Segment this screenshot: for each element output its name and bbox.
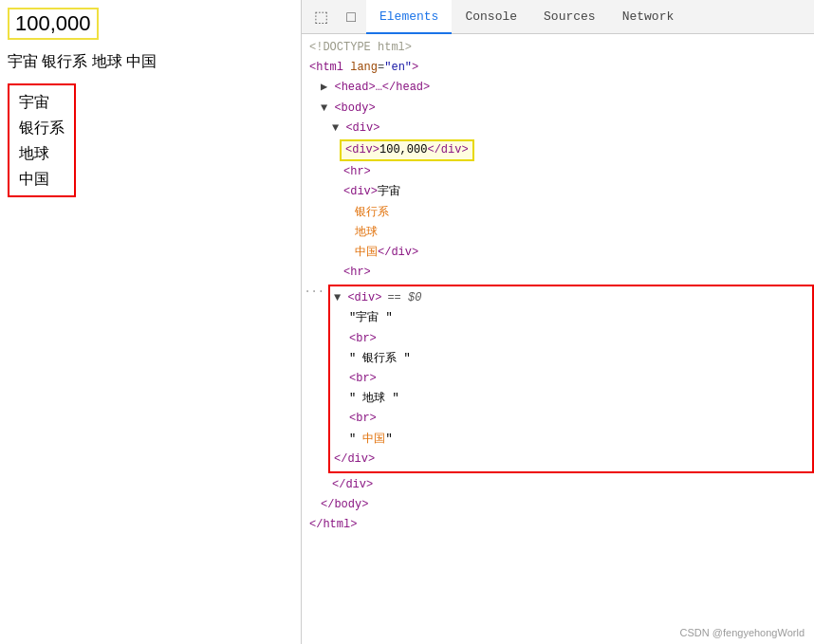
devtools-tree: <!DOCTYPE html> <html lang = "en" > ▶ <h… [302, 34, 814, 644]
tree-text-yinhangxi: 银行系 [302, 203, 814, 223]
tree-html-close: </html> [302, 515, 814, 535]
devtools: ⬚ □ ElementsConsoleSourcesNetwork <!DOCT… [302, 0, 814, 644]
page-box-line: 宇宙 [19, 89, 65, 115]
browser-page: 100,000 宇宙 银行系 地球 中国 宇宙银行系地球中国 [0, 0, 302, 644]
devtools-tabs-list: ElementsConsoleSourcesNetwork [366, 0, 687, 33]
tab-sources[interactable]: Sources [530, 0, 609, 34]
tree-text-diqiu: 地球 [302, 223, 814, 243]
highlight-number-div: <div> 100,000 </div> [340, 139, 474, 161]
selected-br-1: <br> [334, 329, 808, 349]
tab-elements[interactable]: Elements [366, 0, 452, 34]
selected-div-block: ▼ <div> == $0 "宇宙 " <br> [328, 285, 814, 473]
tree-div-text-open[interactable]: <div> 宇宙 [302, 182, 814, 202]
tree-outer-div-close: </div> [302, 475, 814, 495]
selected-region-wrapper: ... ▼ <div> == $0 "宇宙 " <br [302, 283, 814, 475]
selected-text-yinhangxi: " 银行系 " [334, 349, 808, 369]
selected-text-zhongguo: " 中国 " [334, 430, 808, 450]
page-box-line: 中国 [19, 166, 65, 192]
tab-network[interactable]: Network [609, 0, 688, 34]
devtools-panel: ⬚ □ ElementsConsoleSourcesNetwork <!DOCT… [302, 0, 814, 644]
tree-div-number[interactable]: <div> 100,000 </div> [302, 138, 814, 162]
page-box-line: 地球 [19, 140, 65, 166]
tree-outer-div-open[interactable]: ▼ <div> [302, 119, 814, 138]
tree-body-open[interactable]: ▼ <body> [302, 99, 814, 119]
tree-head[interactable]: ▶ <head>…</head> [302, 78, 814, 98]
page-box-lines: 宇宙银行系地球中国 [19, 89, 65, 193]
tree-text-zhongguo-close: 中国 </div> [302, 243, 814, 263]
tree-hr-1[interactable]: <hr> [302, 162, 814, 182]
cursor-icon-btn[interactable]: ⬚ [305, 0, 336, 33]
devtools-tab-bar: ⬚ □ ElementsConsoleSourcesNetwork [302, 0, 814, 34]
page-inline-text: 宇宙 银行系 地球 中国 [8, 49, 293, 74]
watermark: CSDN @fengyehongWorld [680, 627, 805, 638]
tree-hr-2[interactable]: <hr> [302, 263, 814, 283]
ellipsis: ... [302, 283, 328, 296]
tab-console[interactable]: Console [452, 0, 530, 34]
page-number: 100,000 [8, 8, 99, 40]
tree-html-open: <html lang = "en" > [302, 58, 814, 78]
tree-doctype: <!DOCTYPE html> [302, 38, 814, 58]
page-box: 宇宙银行系地球中国 [8, 83, 76, 198]
selected-br-2: <br> [334, 369, 808, 389]
page-box-line: 银行系 [19, 115, 65, 140]
device-icon-btn[interactable]: □ [336, 0, 366, 33]
tree-body-close: </body> [302, 495, 814, 515]
selected-text-yuzhou: "宇宙 " [334, 308, 808, 328]
selected-text-diqiu: " 地球 " [334, 389, 808, 409]
page-number-box: 100,000 [8, 8, 293, 49]
selected-open-tag[interactable]: ▼ <div> == $0 [334, 288, 808, 308]
selected-close-tag: </div> [334, 450, 808, 469]
selected-br-3: <br> [334, 409, 808, 429]
